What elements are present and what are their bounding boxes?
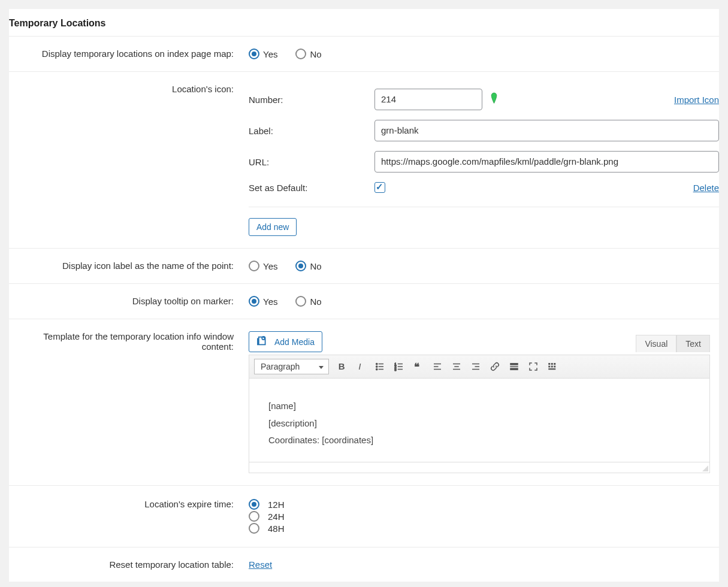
link-icon[interactable] [488, 360, 502, 373]
svg-text:❝: ❝ [414, 361, 419, 372]
no-text: No [310, 261, 321, 271]
svg-rect-30 [554, 363, 555, 365]
expire-12h-option[interactable]: 12H [249, 499, 719, 510]
section-title: Temporary Locations [9, 9, 719, 37]
tab-visual[interactable]: Visual [636, 335, 676, 352]
icon-setdefault-label: Set as Default: [249, 183, 374, 193]
iconlabel-yes-radio[interactable] [249, 261, 259, 271]
expire-24h-option[interactable]: 24H [249, 511, 719, 522]
yes-text: Yes [263, 261, 277, 271]
svg-text:I: I [358, 361, 361, 371]
ordered-list-icon[interactable]: 123 [392, 360, 406, 373]
add-media-button[interactable]: Add Media [249, 331, 322, 352]
svg-rect-27 [510, 368, 518, 370]
iconlabel-no-radio[interactable] [295, 261, 306, 271]
svg-point-7 [376, 368, 377, 370]
icon-number-input[interactable] [374, 89, 482, 110]
svg-rect-33 [554, 366, 555, 368]
label-reset-table: Reset temporary location table: [9, 559, 249, 570]
format-select-label: Paragraph [261, 362, 300, 371]
fullscreen-icon[interactable] [527, 360, 540, 373]
label-display-iconlabel: Display icon label as the name of the po… [9, 261, 249, 271]
svg-point-5 [376, 366, 377, 367]
divider [249, 207, 719, 207]
expire-24h-text: 24H [268, 512, 285, 522]
label-display-index: Display temporary locations on index pag… [9, 49, 249, 59]
bold-icon[interactable]: B [335, 360, 348, 373]
tooltip-no-radio[interactable] [295, 296, 306, 307]
icon-label-label: Label: [249, 126, 374, 136]
icon-url-label: URL: [249, 157, 374, 167]
expire-48h-radio[interactable] [249, 523, 259, 534]
yes-text: Yes [263, 49, 277, 59]
icon-label-input[interactable] [374, 120, 719, 141]
icon-number-label: Number: [249, 95, 374, 105]
svg-rect-31 [548, 366, 550, 368]
rich-editor: Add Media Visual Text Paragraph B I [249, 331, 710, 473]
label-template: Template for the temporary location info… [9, 331, 249, 473]
media-icon [256, 335, 270, 348]
align-left-icon[interactable] [431, 360, 444, 373]
editor-toolbar: Paragraph B I 123 ❝ [249, 355, 710, 379]
expire-24h-radio[interactable] [249, 511, 259, 522]
align-center-icon[interactable] [450, 360, 463, 373]
no-text: No [310, 296, 321, 307]
editor-line: Coordinates: [coordinates] [268, 432, 690, 449]
expire-12h-text: 12H [268, 500, 285, 510]
add-new-label: Add new [256, 222, 289, 232]
svg-rect-25 [510, 363, 518, 365]
label-expire-time: Location's expire time: [9, 498, 249, 535]
svg-text:3: 3 [395, 368, 397, 371]
editor-line: [description] [268, 415, 690, 432]
import-icon-link[interactable]: Import Icon [674, 95, 719, 105]
icon-url-input[interactable] [374, 151, 719, 173]
svg-rect-32 [551, 366, 553, 368]
display-index-no-option[interactable]: No [295, 49, 321, 59]
iconlabel-yes-option[interactable]: Yes [249, 261, 277, 271]
expire-48h-option[interactable]: 48H [249, 523, 719, 534]
iconlabel-no-option[interactable]: No [295, 261, 321, 271]
display-index-no-radio[interactable] [295, 49, 306, 59]
svg-point-3 [376, 363, 377, 364]
add-media-label: Add Media [274, 337, 315, 347]
reset-link[interactable]: Reset [249, 559, 272, 570]
display-index-yes-radio[interactable] [249, 49, 259, 59]
editor-line: [name] [268, 398, 690, 415]
svg-rect-29 [551, 363, 553, 365]
label-display-tooltip: Display tooltip on marker: [9, 296, 249, 307]
expire-48h-text: 48H [268, 524, 285, 534]
tooltip-yes-option[interactable]: Yes [249, 296, 277, 307]
label-locations-icon: Location's icon: [9, 84, 249, 236]
tab-text[interactable]: Text [676, 335, 710, 352]
svg-rect-34 [548, 368, 555, 370]
italic-icon[interactable]: I [354, 360, 367, 373]
display-index-yes-option[interactable]: Yes [249, 49, 277, 59]
tooltip-no-option[interactable]: No [295, 296, 321, 307]
marker-icon [490, 92, 499, 108]
svg-rect-28 [548, 363, 550, 365]
read-more-icon[interactable] [508, 360, 521, 373]
editor-content[interactable]: [name] [description] Coordinates: [coord… [249, 379, 710, 462]
blockquote-icon[interactable]: ❝ [412, 360, 425, 373]
expire-12h-radio[interactable] [249, 499, 259, 510]
add-new-button[interactable]: Add new [249, 218, 297, 236]
no-text: No [310, 49, 321, 59]
svg-point-0 [262, 337, 265, 340]
align-right-icon[interactable] [469, 360, 482, 373]
svg-rect-26 [510, 366, 518, 367]
delete-icon-link[interactable]: Delete [693, 183, 719, 193]
bullet-list-icon[interactable] [373, 360, 386, 373]
toolbar-toggle-icon[interactable] [546, 360, 559, 373]
yes-text: Yes [263, 296, 277, 307]
editor-resize-handle[interactable] [249, 462, 710, 473]
format-select[interactable]: Paragraph [254, 359, 329, 374]
tooltip-yes-radio[interactable] [249, 296, 259, 307]
svg-text:B: B [339, 361, 345, 371]
set-default-checkbox[interactable] [374, 182, 385, 193]
